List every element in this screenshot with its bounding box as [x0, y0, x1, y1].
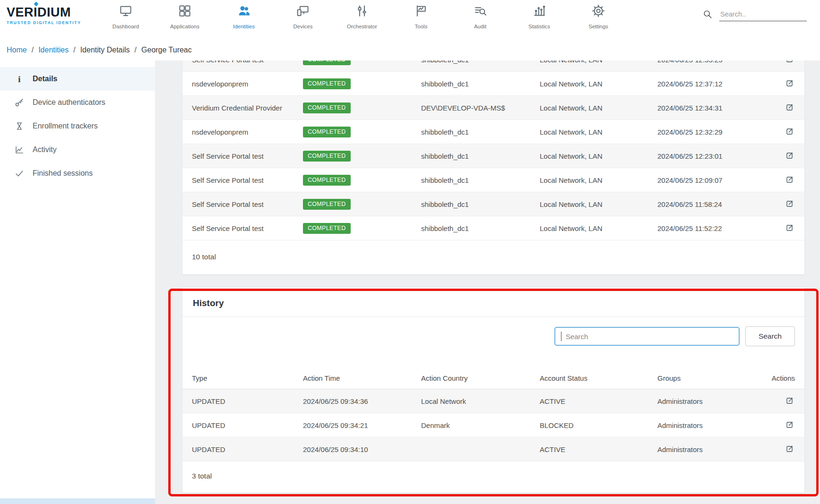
- session-row: Self Service Portal test COMPLETED shibb…: [182, 216, 804, 240]
- open-session-button[interactable]: [784, 222, 795, 233]
- history-groups: Administrators: [657, 445, 773, 453]
- session-server: shibboleth_dc1: [421, 128, 540, 136]
- global-search: [702, 0, 820, 21]
- col-action-time: Action Time: [303, 374, 421, 382]
- col-account-status: Account Status: [540, 374, 657, 382]
- session-network: Local Network, LAN: [540, 176, 657, 184]
- history-row: UPDATED 2024/06/25 09:34:21 Denmark BLOC…: [182, 413, 804, 437]
- open-session-button[interactable]: [784, 60, 795, 65]
- session-server: shibboleth_dc1: [421, 200, 540, 208]
- nav-item-audit[interactable]: Audit: [463, 4, 497, 29]
- history-type: UPDATED: [192, 445, 303, 453]
- history-search-input[interactable]: [554, 327, 740, 346]
- open-history-entry-button[interactable]: [784, 444, 795, 454]
- breadcrumb-user-name: George Tureac: [141, 46, 192, 54]
- breadcrumb-identities[interactable]: Identities: [38, 46, 69, 54]
- status-badge: COMPLETED: [303, 78, 351, 89]
- nav-item-tools[interactable]: Tools: [404, 4, 438, 29]
- session-name: Veridium Credential Provider: [192, 104, 303, 112]
- session-server: shibboleth_dc1: [421, 80, 540, 88]
- sidebar-item-enrollment-trackers[interactable]: Enrollment trackers: [0, 114, 155, 138]
- history-search-bar: Search: [182, 317, 804, 346]
- history-action-time: 2024/06/25 09:34:10: [303, 445, 421, 453]
- open-history-entry-button[interactable]: [784, 395, 795, 406]
- open-session-button[interactable]: [784, 150, 795, 161]
- veridium-logo[interactable]: VERIDIUM TRUSTED DIGITAL IDENTITY: [0, 0, 97, 25]
- session-name: Self Service Portal test: [192, 224, 303, 232]
- session-server: shibboleth_dc1: [421, 152, 540, 160]
- nav-item-orchestrator[interactable]: Orchestrator: [345, 4, 379, 29]
- history-table-header: Type Action Time Action Country Account …: [182, 367, 804, 389]
- history-row: UPDATED 2024/06/25 09:34:10 ACTIVE Admin…: [182, 437, 804, 461]
- history-action-country: Denmark: [421, 421, 540, 429]
- text-caret: [561, 332, 562, 341]
- session-row: Self Service Portal test COMPLETED shibb…: [182, 144, 804, 168]
- session-time: 2024/06/25 11:52:22: [657, 224, 773, 232]
- grid-icon: [178, 4, 192, 20]
- sessions-total: 10 total: [182, 240, 804, 274]
- status-badge: COMPLETED: [303, 175, 351, 186]
- search-icon: [702, 9, 713, 21]
- logo-text: VERIDIUM: [7, 6, 97, 19]
- col-type: Type: [192, 374, 303, 382]
- session-server: shibboleth_dc1: [421, 176, 540, 184]
- session-time: 2024/06/25 11:58:24: [657, 200, 773, 208]
- breadcrumb-separator: /: [73, 46, 75, 54]
- session-row: Self Service Portal test COMPLETED shibb…: [182, 168, 804, 192]
- status-badge: COMPLETED: [303, 199, 351, 210]
- session-server: shibboleth_dc1: [421, 60, 540, 64]
- breadcrumb-home[interactable]: Home: [7, 46, 27, 54]
- history-title: History: [182, 288, 804, 317]
- breadcrumb-separator: /: [32, 46, 34, 54]
- session-name: Self Service Portal test: [192, 152, 303, 160]
- main-nav: Dashboard Applications Identities Device…: [109, 0, 615, 29]
- open-history-entry-button[interactable]: [784, 419, 795, 430]
- monitor-icon: [119, 4, 133, 20]
- open-session-button[interactable]: [784, 174, 795, 185]
- sessions-table: Self Service Portal test COMPLETED shibb…: [182, 60, 804, 240]
- nav-item-identities[interactable]: Identities: [227, 4, 261, 29]
- session-row: Self Service Portal test COMPLETED shibb…: [182, 192, 804, 216]
- col-actions: Actions: [772, 374, 795, 382]
- session-time: 2024/06/25 12:09:07: [657, 176, 773, 184]
- status-badge: COMPLETED: [303, 223, 351, 234]
- session-time: 2024/06/25 12:34:31: [657, 104, 773, 112]
- session-network: Local Network, LAN: [540, 152, 657, 160]
- main-panel: Self Service Portal test COMPLETED shibb…: [155, 60, 820, 504]
- col-action-country: Action Country: [421, 374, 540, 382]
- history-account-status: ACTIVE: [540, 397, 657, 405]
- hourglass-icon: [14, 121, 25, 131]
- session-name: Self Service Portal test: [192, 60, 303, 64]
- activity-chart-icon: [14, 145, 25, 155]
- open-session-button[interactable]: [784, 102, 795, 113]
- history-type: UPDATED: [192, 421, 303, 429]
- session-row: nsdeveloponprem COMPLETED shibboleth_dc1…: [182, 120, 804, 144]
- info-icon: i: [14, 74, 25, 84]
- nav-item-devices[interactable]: Devices: [286, 4, 320, 29]
- status-badge: COMPLETED: [303, 151, 351, 162]
- session-name: Self Service Portal test: [192, 176, 303, 184]
- nav-item-applications[interactable]: Applications: [168, 4, 202, 29]
- breadcrumb-identity-details: Identity Details: [80, 46, 130, 54]
- sidebar-item-activity[interactable]: Activity: [0, 138, 155, 162]
- open-session-button[interactable]: [784, 126, 795, 137]
- logo-tagline: TRUSTED DIGITAL IDENTITY: [7, 20, 97, 25]
- sidebar-item-details[interactable]: i Details: [0, 67, 155, 91]
- nav-item-statistics[interactable]: Statistics: [522, 4, 556, 29]
- sidebar-item-finished-sessions[interactable]: Finished sessions: [0, 162, 155, 185]
- open-session-button[interactable]: [784, 198, 795, 209]
- session-name: nsdeveloponprem: [192, 80, 303, 88]
- devices-icon: [296, 4, 310, 20]
- history-type: UPDATED: [192, 397, 303, 405]
- open-session-button[interactable]: [784, 78, 795, 89]
- global-search-input[interactable]: [719, 9, 807, 21]
- history-total: 3 total: [182, 461, 804, 483]
- session-row: Self Service Portal test COMPLETED shibb…: [182, 60, 804, 72]
- session-time: 2024/06/25 12:37:12: [657, 80, 773, 88]
- nav-item-dashboard[interactable]: Dashboard: [109, 4, 143, 29]
- nav-item-settings[interactable]: Settings: [581, 4, 615, 29]
- sidebar-item-device-authenticators[interactable]: Device authenticators: [0, 91, 155, 114]
- session-time: 2024/06/25 12:23:01: [657, 152, 773, 160]
- key-icon: [14, 97, 25, 108]
- history-search-button[interactable]: Search: [745, 326, 795, 346]
